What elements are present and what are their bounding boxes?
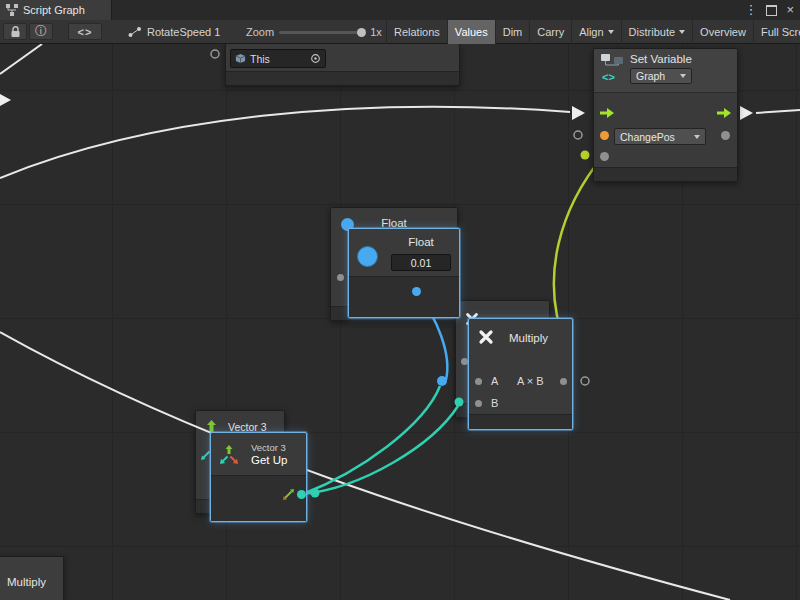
zoom-slider-knob[interactable] (357, 28, 366, 37)
node-title: Get Up (251, 454, 287, 466)
output-value-port[interactable] (721, 131, 730, 140)
node-title: Multiply (509, 332, 548, 344)
view-buttons: Relations Values Dim Carry Align Distrib… (386, 20, 800, 44)
variable-name-port[interactable] (600, 131, 609, 140)
dropdown-caret-icon (694, 135, 700, 139)
zoom-control: Zoom 1x (246, 20, 382, 44)
button-align[interactable]: Align (571, 20, 620, 44)
variable-name-dropdown[interactable]: ChangePos (614, 128, 706, 145)
flow-out-port[interactable] (717, 107, 732, 119)
graph-name: RotateSpeed 1 (147, 26, 220, 38)
window-menu-icon[interactable]: ⋮ (744, 0, 757, 20)
button-carry[interactable]: Carry (529, 20, 571, 44)
vector-output-icon (281, 487, 296, 502)
node-get-up[interactable]: Vector 3 Get Up (210, 432, 307, 522)
button-overview[interactable]: Overview (692, 20, 753, 44)
multiply-icon (477, 328, 495, 346)
button-dim[interactable]: Dim (495, 20, 530, 44)
info-icon: ⓘ (35, 23, 47, 40)
flow-arrowhead (572, 106, 585, 120)
this-field-value: This (250, 53, 306, 65)
input-value-port[interactable] (600, 152, 609, 161)
port-result-dot[interactable] (560, 378, 567, 385)
graph-asset-icon (128, 26, 142, 38)
tab-script-graph[interactable]: Script Graph (0, 0, 112, 20)
svg-text:<>: <> (602, 71, 615, 83)
node-title: Float (389, 236, 453, 248)
float-icon (357, 246, 378, 267)
empty-value-bubble (581, 377, 589, 385)
port-b-dot[interactable] (475, 400, 482, 407)
value-bubble-blue (437, 376, 447, 386)
node-this[interactable]: This (225, 44, 460, 86)
lock-icon (10, 26, 21, 38)
node-header: <> Set Variable Graph (594, 49, 737, 93)
vector-output-port[interactable] (297, 490, 306, 499)
dropdown-caret-icon (608, 30, 614, 34)
node-title: Set Variable (630, 53, 692, 65)
window-close-icon[interactable]: × (786, 0, 794, 20)
node-title: Multiply (7, 576, 46, 588)
this-object-field[interactable]: This (230, 49, 326, 68)
graph-toolbar: ⓘ <> RotateSpeed 1 Zoom 1x Relations Val… (0, 20, 800, 44)
window-maximize-icon[interactable] (766, 5, 777, 16)
flow-in-port[interactable] (600, 107, 615, 119)
flow-arrowhead (740, 106, 753, 120)
unity-script-graph-window: Script Graph ⋮ × ⓘ <> RotateSpeed 1 Zoom… (0, 0, 800, 600)
vector3-axes-icon (217, 443, 241, 467)
flow-arrowhead (0, 94, 11, 106)
empty-value-bubble (211, 50, 219, 58)
button-values[interactable]: Values (447, 20, 495, 44)
port-b-label: B (491, 397, 498, 409)
code-view-button[interactable]: <> (68, 23, 102, 40)
graph-breadcrumb[interactable]: RotateSpeed 1 (128, 20, 220, 44)
tab-title: Script Graph (23, 4, 85, 16)
lock-button[interactable] (3, 23, 27, 40)
info-button[interactable]: ⓘ (29, 23, 53, 40)
object-picker-icon[interactable] (310, 53, 321, 64)
tab-bar: Script Graph ⋮ × (0, 0, 800, 21)
port-a-label: A (491, 375, 498, 387)
code-icon: <> (78, 26, 93, 38)
script-graph-icon (6, 4, 18, 16)
port-result-label: A × B (517, 375, 544, 387)
dropdown-caret-icon (680, 74, 686, 78)
variable-scope-dropdown[interactable]: Graph (630, 68, 692, 84)
vector3-up-icon (205, 419, 218, 433)
graph-canvas[interactable]: Float Vector 3 (0, 44, 800, 600)
zoom-slider[interactable] (279, 31, 365, 34)
button-distribute[interactable]: Distribute (621, 20, 692, 44)
button-relations[interactable]: Relations (386, 20, 447, 44)
value-bubble-lime (581, 151, 590, 160)
set-variable-icon: <> (600, 53, 624, 85)
float-value-field[interactable]: 0.01 (391, 254, 451, 271)
cube-icon (235, 53, 246, 64)
button-fullscreen[interactable]: Full Screen (753, 20, 800, 44)
port-dot[interactable] (461, 358, 468, 365)
node-multiply-corner[interactable]: Multiply (0, 556, 64, 600)
zoom-label: Zoom (246, 26, 274, 38)
port-dot[interactable] (337, 274, 344, 281)
node-float[interactable]: Float 0.01 (348, 228, 460, 318)
node-set-variable[interactable]: <> Set Variable Graph ChangePos (593, 48, 738, 182)
zoom-value: 1x (370, 26, 382, 38)
value-bubble-teal (311, 489, 320, 498)
port-a-dot[interactable] (475, 378, 482, 385)
dropdown-caret-icon (679, 30, 685, 34)
node-multiply[interactable]: Multiply A A × B B (468, 318, 573, 430)
float-output-port[interactable] (412, 287, 421, 296)
node-type-label: Vector 3 (251, 442, 286, 453)
empty-value-bubble (574, 131, 582, 139)
